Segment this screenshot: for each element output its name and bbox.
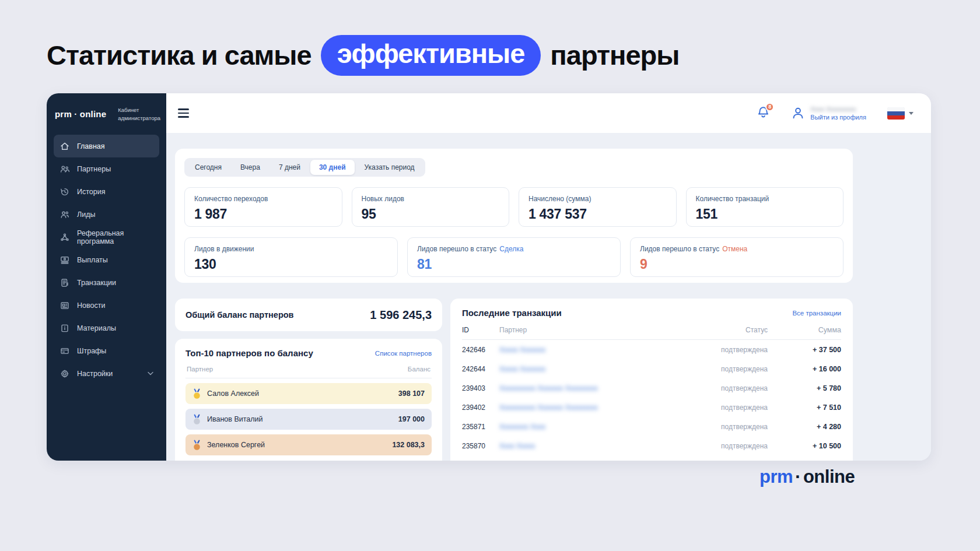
tx-id: 242646	[462, 346, 499, 354]
col-id: ID	[462, 326, 499, 334]
user-icon	[791, 106, 805, 120]
stat-card-new-leads: Новых лидов 95	[352, 187, 510, 227]
stat-value: 9	[640, 257, 834, 272]
sidebar-item-referral[interactable]: Реферальная программа	[54, 226, 159, 248]
logo-prm: prm	[760, 466, 793, 487]
tx-partner-blurred: Хххххххххх Ххххххх Ххххххххх	[499, 403, 686, 412]
sidebar-item-news[interactable]: Новости	[54, 294, 159, 317]
total-balance-value: 1 596 245,3	[370, 308, 432, 322]
sidebar-item-label: Реферальная программа	[77, 229, 153, 245]
logout-link[interactable]: Выйти из профиля	[810, 113, 866, 121]
all-transactions-link[interactable]: Все транзакции	[792, 310, 841, 317]
period-tabs: Сегодня Вчера 7 дней 30 дней Указать пер…	[184, 158, 425, 177]
partners-list-link[interactable]: Список партнеров	[375, 350, 432, 357]
stat-value: 81	[417, 257, 611, 272]
russia-flag-icon	[887, 107, 905, 120]
tx-status: подтверждена	[686, 384, 768, 392]
tx-amount: + 16 000	[785, 365, 841, 373]
stat-card-transactions-count: Количество транзаций 151	[686, 187, 844, 227]
tx-partner-blurred: Ххххх Ххххххх	[499, 365, 686, 373]
tab-7-days[interactable]: 7 дней	[270, 160, 309, 175]
home-icon	[60, 141, 70, 152]
col-partner: Партнер	[187, 366, 213, 373]
col-amount: Сумма	[785, 326, 841, 334]
stat-value: 151	[696, 206, 834, 222]
history-icon	[60, 187, 70, 197]
payouts-icon	[60, 255, 70, 265]
tx-status: подтверждена	[686, 442, 768, 450]
cabinet-line2: администратора	[118, 115, 160, 121]
notifications-button[interactable]: 8	[757, 106, 770, 121]
partner-balance: 398 107	[398, 389, 425, 398]
stat-card-accrued: Начислено (сумма) 1 437 537	[519, 187, 677, 227]
sidebar-item-transactions[interactable]: Транзакции	[54, 271, 159, 294]
page-title-highlight: эффективные	[321, 35, 541, 76]
tab-yesterday[interactable]: Вчера	[232, 160, 269, 175]
tx-id: 235871	[462, 423, 499, 431]
logo-dot: ·	[795, 466, 801, 487]
sidebar: prm · online Кабинет администратора Глав…	[47, 93, 166, 461]
total-balance-panel: Общий баланс партнеров 1 596 245,3	[175, 299, 442, 331]
tx-amount: + 4 280	[785, 423, 841, 431]
sidebar-item-label: Партнеры	[77, 165, 111, 173]
sidebar-item-leads[interactable]: Лиды	[54, 203, 159, 226]
tab-30-days[interactable]: 30 дней	[310, 160, 355, 175]
top-partner-row-2: Иванов Виталий 197 000	[186, 409, 432, 430]
chevron-down-icon	[909, 112, 914, 115]
transactions-title: Последние транзакции	[462, 308, 562, 318]
stat-label: Количество переходов	[194, 195, 332, 203]
sidebar-item-history[interactable]: История	[54, 180, 159, 203]
tx-amount: + 10 500	[785, 442, 841, 450]
stat-value: 1 437 537	[528, 206, 667, 222]
tx-status: подтверждена	[686, 365, 768, 373]
sidebar-item-partners[interactable]: Партнеры	[54, 157, 159, 180]
sidebar-menu: Главная Партнеры История Лиды Реферальна…	[47, 135, 166, 385]
tx-amount: + 37 500	[785, 346, 841, 354]
tx-amount: + 7 510	[785, 403, 841, 412]
partner-balance: 132 083,3	[392, 441, 425, 449]
tx-status: подтверждена	[686, 346, 768, 354]
top-partners-panel: Топ-10 партнеров по балансу Список партн…	[175, 339, 442, 461]
tx-id: 242644	[462, 365, 499, 373]
partner-name: Иванов Виталий	[207, 415, 263, 423]
stat-value: 1 987	[194, 206, 332, 222]
sidebar-item-penalties[interactable]: Штрафы	[54, 339, 159, 362]
sidebar-item-settings[interactable]: Настройки	[54, 362, 159, 385]
page-title: Статистика и самые эффективные партнеры	[47, 35, 679, 76]
transaction-row: 235871 Хххххххх Хххх подтверждена + 4 28…	[462, 417, 841, 436]
language-selector[interactable]	[887, 107, 914, 120]
tab-custom-period[interactable]: Указать период	[356, 160, 424, 175]
tx-id: 239402	[462, 403, 499, 412]
tx-partner-blurred: Ххххх Ххххххх	[499, 346, 686, 354]
hamburger-menu-button[interactable]	[176, 106, 191, 120]
sidebar-header: prm · online Кабинет администратора	[47, 93, 166, 135]
main-area: 8 Хххх Ххххххххх Выйти из профиля	[166, 93, 931, 461]
user-texts: Хххх Ххххххххх Выйти из профиля	[810, 105, 866, 122]
transactions-panel: Последние транзакции Все транзакции ID П…	[450, 299, 853, 461]
user-block: Хххх Ххххххххх Выйти из профиля	[791, 105, 866, 122]
leads-icon	[60, 209, 70, 220]
materials-icon	[60, 323, 70, 334]
stat-card-leads-in-progress: Лидов в движении 130	[184, 237, 398, 277]
sidebar-item-main[interactable]: Главная	[54, 135, 159, 157]
partner-name: Салов Алексей	[207, 389, 259, 398]
stat-label: Количество транзаций	[696, 195, 834, 203]
stats-panel: Сегодня Вчера 7 дней 30 дней Указать пер…	[175, 149, 853, 283]
silver-medal-icon	[192, 414, 201, 425]
stat-label: Лидов перешло в статус Отмена	[640, 245, 834, 253]
admin-dashboard-window: prm · online Кабинет администратора Глав…	[47, 93, 931, 461]
stat-label-text: Лидов перешло в статус	[417, 245, 496, 253]
topbar-right: 8 Хххх Ххххххххх Выйти из профиля	[757, 105, 914, 122]
tab-today[interactable]: Сегодня	[186, 160, 230, 175]
sidebar-item-materials[interactable]: Материалы	[54, 317, 159, 339]
sidebar-item-payouts[interactable]: Выплаты	[54, 248, 159, 271]
tx-partner-blurred: Хххх Ххххх	[499, 442, 686, 450]
referral-icon	[60, 232, 70, 243]
cabinet-label: Кабинет администратора	[118, 106, 160, 122]
total-balance-label: Общий баланс партнеров	[186, 310, 294, 320]
top-partner-row-3: Зеленков Сергей 132 083,3	[186, 434, 432, 455]
tx-partner-blurred: Хххххххххх Ххххххх Ххххххххх	[499, 384, 686, 392]
col-balance: Баланс	[408, 366, 430, 373]
stat-label-text: Лидов перешло в статус	[640, 245, 719, 253]
transaction-row: 235870 Хххх Ххххх подтверждена + 10 500	[462, 436, 841, 455]
